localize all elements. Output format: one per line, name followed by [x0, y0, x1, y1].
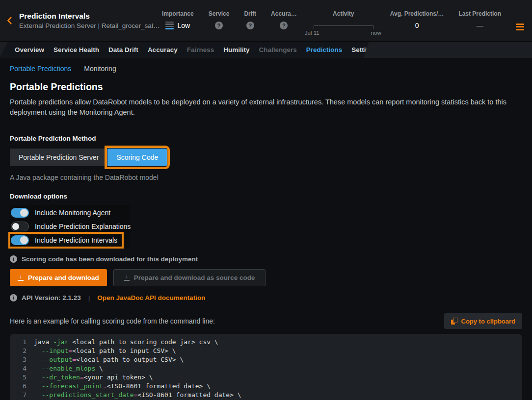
page-title: Portable Predictions [10, 81, 522, 93]
last-prediction-value: — [477, 22, 483, 29]
metric-importance: Importance Low [162, 10, 194, 29]
download-icon: ↓ [124, 275, 130, 281]
prepare-and-download-source-button[interactable]: ↓ Prepare and download as source code [113, 269, 266, 286]
tab-humility[interactable]: Humility [223, 46, 249, 53]
download-actions: ↓ Prepare and download ↓ Prepare and dow… [10, 269, 522, 286]
metric-last-prediction: Last Prediction — [458, 10, 501, 29]
tab-settings[interactable]: Settings [351, 46, 377, 53]
metric-activity: Activity Jul 11 now [312, 10, 375, 36]
toggle-row-prediction-intervals: Include Prediction Intervals [10, 233, 122, 247]
info-icon: i [10, 294, 17, 301]
deployment-tab-bar: Overview Service Health Data Drift Accur… [0, 42, 532, 58]
copy-to-clipboard-button[interactable]: Copy to clipboard [444, 313, 523, 329]
code-line: 2 --input=<local path to input CSV> \ [10, 347, 522, 355]
tab-data-drift[interactable]: Data Drift [108, 46, 138, 53]
code-line: 3 --output=<local path to output CSV> \ [10, 355, 522, 364]
back-icon[interactable] [7, 14, 12, 27]
method-caption: A Java package containing the DataRobot … [10, 174, 522, 181]
subtab-portable-predictions[interactable]: Portable Predictions [10, 65, 71, 73]
code-block: 1java -jar <local path to scoring code j… [10, 334, 522, 400]
tab-overview[interactable]: Overview [15, 46, 44, 53]
method-button-group: Portable Prediction Server Scoring Code [10, 149, 522, 166]
deployment-subtitle: External Prediction Server | Retail_groc… [19, 22, 160, 29]
monitoring-agent-toggle[interactable] [11, 208, 29, 218]
scoring-code-status: i Scoring code has been downloaded for t… [10, 255, 522, 263]
code-line: 1java -jar <local path to scoring code j… [10, 338, 522, 347]
status-text: Scoring code has been downloaded for thi… [22, 255, 198, 263]
download-icon: ↓ [18, 275, 24, 281]
example-intro-text: Here is an example for calling scoring c… [10, 317, 215, 325]
tab-challengers[interactable]: Challengers [259, 46, 296, 53]
help-icon[interactable]: ? [215, 22, 223, 29]
timeline-bracket [314, 25, 373, 29]
method-section-label: Portable Prediction Method [10, 135, 522, 142]
tab-predictions[interactable]: Predictions [306, 46, 343, 53]
tab-fairness[interactable]: Fairness [187, 46, 214, 53]
importance-level-icon [165, 22, 174, 29]
predictions-panel: Portable Predictions Monitoring Portable… [0, 65, 532, 400]
metric-avg-predictions: Avg. Predictions/… 0 [390, 10, 444, 29]
separator: | [88, 294, 90, 301]
deployment-title: Prediction Intervals [19, 12, 160, 21]
scoring-code-button[interactable]: Scoring Code [107, 149, 167, 166]
activity-range-start: Jul 11 [305, 30, 319, 36]
info-icon: i [10, 255, 17, 263]
importance-value: Low [177, 22, 190, 29]
api-version-row: i API Version: 2.1.23 | Open JavaDoc API… [10, 294, 522, 301]
activity-timeline-chart: Jul 11 now [314, 25, 373, 36]
tab-accuracy[interactable]: Accuracy [148, 46, 178, 53]
code-line: 5 --dr_token=<your api token> \ [10, 373, 522, 382]
example-header-row: Here is an example for calling scoring c… [10, 313, 522, 329]
code-line: 6 --forecast_point=<ISO-8601 formatted d… [10, 382, 522, 391]
deployment-metrics: Importance Low Service ? Drift ? Accura…… [162, 5, 524, 36]
toggle-row-monitoring-agent: Include Monitoring Agent [10, 206, 114, 220]
toggle-row-prediction-explanations: Include Prediction Explanations [10, 220, 134, 233]
javadoc-link[interactable]: Open JavaDoc API documentation [97, 294, 205, 301]
prediction-intervals-toggle[interactable] [11, 235, 29, 245]
download-options-list: Include Monitoring Agent Include Predict… [10, 205, 131, 248]
activity-range-end: now [371, 30, 381, 36]
help-icon[interactable]: ? [280, 22, 288, 29]
help-icon[interactable]: ? [246, 22, 254, 29]
predictions-subtabs: Portable Predictions Monitoring [10, 65, 522, 73]
metric-service: Service ? [209, 10, 230, 29]
metric-accuracy: Accura… ? [271, 10, 297, 29]
subtab-monitoring[interactable]: Monitoring [84, 65, 116, 73]
deployment-header: Prediction Intervals External Prediction… [0, 0, 532, 42]
metric-drift: Drift ? [244, 10, 256, 29]
portable-prediction-server-button[interactable]: Portable Prediction Server [10, 149, 107, 166]
prediction-explanations-toggle[interactable] [11, 222, 29, 231]
menu-icon[interactable] [516, 24, 524, 30]
tab-band: Overview Service Health Data Drift Accur… [0, 42, 369, 58]
tab-service-health[interactable]: Service Health [53, 46, 99, 53]
page-description: Portable predictions allow DataRobot mod… [10, 97, 522, 118]
avg-predictions-value: 0 [415, 22, 419, 29]
copy-icon [451, 318, 457, 325]
api-version-text: API Version: 2.1.23 [22, 294, 81, 301]
download-options-label: Download options [10, 193, 522, 200]
code-line: 7 --predictions_start_date=<ISO-8601 for… [10, 391, 522, 400]
prepare-and-download-button[interactable]: ↓ Prepare and download [10, 269, 107, 286]
code-line: 4 --enable_mlops \ [10, 364, 522, 373]
